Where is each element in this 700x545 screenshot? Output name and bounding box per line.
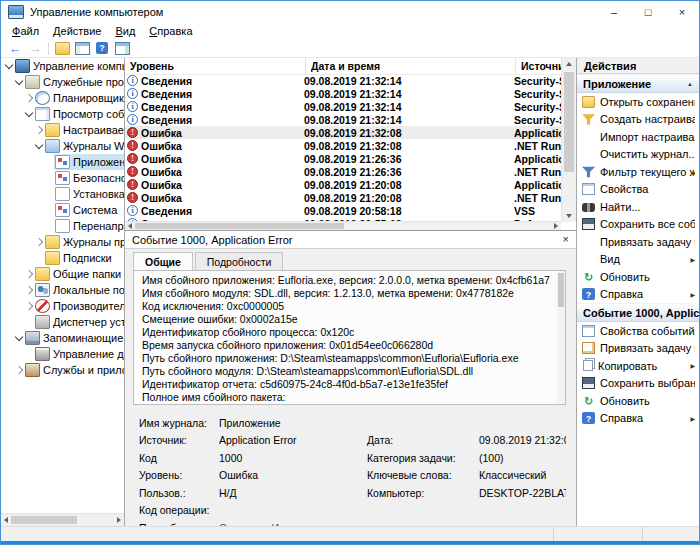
action-item[interactable]: Открыть сохраненны... — [577, 93, 699, 111]
tab-details[interactable]: Подробности — [195, 252, 284, 270]
event-row[interactable]: !Ошибка09.08.2019 21:20:08Application Er… — [125, 178, 561, 191]
expander[interactable] — [23, 287, 34, 293]
scroll-left-icon[interactable] — [128, 223, 132, 229]
tab-general[interactable]: Общие — [133, 252, 193, 270]
expander[interactable] — [33, 127, 44, 133]
expander[interactable] — [33, 144, 44, 148]
back-button[interactable]: ← — [5, 40, 25, 56]
tree-item-12[interactable]: Подписки — [1, 250, 124, 266]
event-row[interactable]: iСведения09.08.2019 21:32:14Security-SPP — [125, 113, 561, 126]
expander[interactable] — [23, 112, 34, 116]
description-scrollbar[interactable] — [557, 271, 565, 404]
action-item[interactable]: Обновить — [577, 392, 699, 410]
tree-node[interactable]: Установка — [54, 186, 124, 202]
action-item[interactable]: Справка▶ — [577, 410, 699, 428]
expander[interactable] — [33, 239, 44, 245]
tree-item-0[interactable]: Управление компьютером (локальным) — [1, 58, 124, 74]
minimize-button[interactable]: – — [597, 1, 631, 23]
tree-node[interactable]: Управление дисками — [34, 346, 124, 362]
scroll-left-icon[interactable] — [4, 517, 8, 523]
action-item[interactable]: Свойства событий — [577, 322, 699, 340]
scrollbar-thumb[interactable] — [564, 72, 574, 172]
tree-item-5[interactable]: Журналы Windows — [1, 138, 124, 154]
menu-item-1[interactable]: Действие — [46, 25, 108, 37]
tree-node[interactable]: Безопасность — [54, 170, 124, 186]
column-header-level[interactable]: Уровень — [125, 58, 306, 74]
scroll-right-icon[interactable] — [554, 223, 558, 229]
menu-item-0[interactable]: Файл — [5, 25, 46, 37]
column-header-datetime[interactable]: Дата и время — [306, 58, 516, 74]
scroll-up-icon[interactable] — [566, 62, 572, 66]
tree-node[interactable]: Планировщик заданий — [34, 90, 124, 106]
event-row[interactable]: !Ошибка09.08.2019 21:32:08.NET Runtime — [125, 139, 561, 152]
tree-item-11[interactable]: Журналы приложений и служб — [1, 234, 124, 250]
tree-node[interactable]: Перенаправленные события — [54, 218, 124, 234]
action-item[interactable]: Вид▶ — [577, 251, 699, 269]
tree-item-1[interactable]: Служебные программы — [1, 74, 124, 90]
tree-item-7[interactable]: Безопасность — [1, 170, 124, 186]
tree-item-18[interactable]: Управление дисками — [1, 346, 124, 362]
action-item[interactable]: Сохранить выбранны... — [577, 375, 699, 393]
tree-node[interactable]: Запоминающие устройства — [24, 330, 124, 346]
expander[interactable] — [13, 367, 24, 373]
scroll-down-icon[interactable] — [566, 214, 572, 218]
event-row[interactable]: !Ошибка09.08.2019 21:20:08.NET Runtime — [125, 191, 561, 204]
action-item[interactable]: Создать настраиваем... — [577, 111, 699, 129]
action-item[interactable]: Копировать▶ — [577, 357, 699, 375]
expander[interactable] — [13, 336, 24, 340]
general-description-box[interactable]: Имя сбойного приложения: Eufloria.exe, в… — [133, 270, 566, 405]
tree-item-13[interactable]: Общие папки — [1, 266, 124, 282]
tree-item-2[interactable]: Планировщик заданий — [1, 90, 124, 106]
event-row[interactable]: !Ошибка09.08.2019 21:26:36.NET Runtime — [125, 165, 561, 178]
tree-item-15[interactable]: Производительность — [1, 298, 124, 314]
menu-item-3[interactable]: Справка — [142, 25, 199, 37]
tree-item-17[interactable]: Запоминающие устройства — [1, 330, 124, 346]
action-pane-toggle-button[interactable] — [112, 40, 132, 56]
tree-item-16[interactable]: Диспетчер устройств — [1, 314, 124, 330]
console-tree-toggle-button[interactable] — [72, 40, 92, 56]
expander[interactable] — [23, 95, 34, 101]
forward-button[interactable]: → — [25, 40, 45, 56]
event-row[interactable]: iСведения09.08.2019 20:58:18VSS — [125, 204, 561, 217]
expander[interactable] — [23, 271, 34, 277]
tree-node[interactable]: Подписки — [44, 250, 115, 266]
tree-item-8[interactable]: Установка — [1, 186, 124, 202]
event-row[interactable]: iСведения09.08.2019 21:32:14Security-SPP — [125, 74, 561, 87]
scroll-right-icon[interactable] — [117, 517, 121, 523]
event-list-vertical-scrollbar[interactable] — [561, 58, 576, 222]
expander[interactable] — [3, 64, 14, 68]
tree-node[interactable]: Настраиваемые представления — [44, 122, 124, 138]
action-item[interactable]: Справка▶ — [577, 286, 699, 304]
tree-node[interactable]: Приложение — [54, 154, 124, 170]
menu-item-2[interactable]: Вид — [108, 25, 142, 37]
tree-node[interactable]: Общие папки — [34, 266, 124, 282]
action-item[interactable]: Фильтр текущего жур... — [577, 163, 699, 181]
action-item[interactable]: Привязать задачу к ж... — [577, 233, 699, 251]
tree-node[interactable]: Производительность — [34, 298, 124, 314]
maximize-button[interactable]: □ — [631, 1, 665, 23]
action-item[interactable]: Найти... — [577, 198, 699, 216]
action-item[interactable]: Импорт настраиваем... — [577, 128, 699, 146]
tree-node[interactable]: Служебные программы — [24, 74, 124, 90]
event-list-horizontal-scrollbar[interactable] — [125, 221, 561, 230]
tree-node[interactable]: Управление компьютером (локальным) — [14, 58, 124, 74]
tree-item-4[interactable]: Настраиваемые представления — [1, 122, 124, 138]
tree-node[interactable]: Журналы Windows — [44, 138, 124, 154]
event-row[interactable]: !Ошибка09.08.2019 21:26:36Application Er… — [125, 152, 561, 165]
scrollbar-thumb[interactable] — [11, 516, 77, 524]
tree-item-19[interactable]: Службы и приложения — [1, 362, 124, 378]
tree-node[interactable]: Журналы приложений и служб — [44, 234, 124, 250]
action-item[interactable]: Очистить журнал... — [577, 146, 699, 164]
action-section-header[interactable]: Приложение▲ — [577, 74, 699, 93]
saved-log-button[interactable] — [52, 40, 72, 56]
close-button[interactable]: × — [665, 1, 699, 23]
tree-node[interactable]: Просмотр событий — [34, 106, 124, 122]
event-row[interactable]: iСведения09.08.2019 21:32:14Security-SPP — [125, 87, 561, 100]
tree-node[interactable]: Диспетчер устройств — [34, 314, 124, 330]
tree-item-14[interactable]: Локальные пользователи и группы — [1, 282, 124, 298]
event-row[interactable]: iСведения09.08.2019 21:32:14Security-SPP — [125, 100, 561, 113]
collapse-icon[interactable]: ▲ — [687, 81, 693, 87]
tree-item-9[interactable]: Система — [1, 202, 124, 218]
action-section-header[interactable]: Событие 1000, Application ...▲ — [577, 303, 699, 322]
action-item[interactable]: Обновить — [577, 268, 699, 286]
